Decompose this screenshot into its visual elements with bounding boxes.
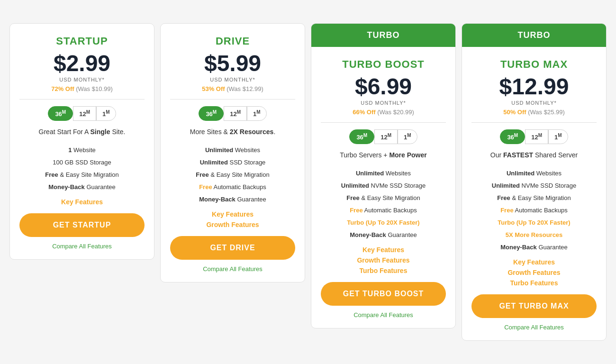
plan-price-sub: USD MONTHLY* (210, 77, 255, 82)
billing-btn-36m[interactable]: 36M (500, 129, 525, 144)
extra-links: Key FeaturesGrowth Features (170, 210, 295, 228)
cta-button[interactable]: GET STARTUP (19, 213, 145, 237)
plan-discount: 53% Off (Was $12.99) (202, 85, 263, 92)
extra-link[interactable]: Growth Features (357, 256, 409, 264)
cta-button[interactable]: GET DRIVE (170, 236, 295, 260)
billing-btn-12m[interactable]: 12M (525, 129, 548, 144)
billing-btn-1m[interactable]: 1M (247, 106, 267, 121)
turbo-badge: TURBO (462, 24, 606, 47)
billing-btn-36m[interactable]: 36M (349, 129, 374, 144)
extra-links: Key Features (19, 198, 145, 206)
discount-was: (Was $10.99) (76, 85, 113, 92)
plan-name: TURBO BOOST (342, 58, 425, 71)
divider (19, 99, 145, 100)
compare-link[interactable]: Compare All Features (203, 265, 263, 273)
plan-discount: 50% Off (Was $25.99) (503, 109, 565, 116)
plan-discount: 66% Off (Was $20.99) (353, 109, 414, 116)
feature-item: Free Automatic Backups (321, 204, 446, 217)
billing-btn-1m[interactable]: 1M (548, 129, 568, 144)
billing-toggle: 36M12M1M (199, 106, 266, 121)
plan-tagline: Great Start For A Single Site. (39, 127, 126, 137)
feature-item: Money-Back Guarantee (471, 241, 597, 254)
plan-tagline: Turbo Servers + More Power (340, 151, 427, 160)
discount-off: 66% Off (353, 109, 375, 116)
plan-name: STARTUP (56, 35, 108, 47)
extra-link[interactable]: Turbo Features (360, 267, 408, 274)
features-list: Unlimited WebsitesUnlimited NVMe SSD Sto… (321, 167, 446, 241)
extra-link[interactable]: Key Features (513, 258, 555, 266)
discount-off: 50% Off (503, 109, 526, 116)
plan-card-drive: DRIVE$5.99USD MONTHLY* 53% Off (Was $12.… (160, 23, 305, 283)
feature-item: Unlimited NVMe SSD Storage (471, 180, 597, 192)
features-list: Unlimited WebsitesUnlimited SSD StorageF… (170, 144, 295, 206)
plan-price-sub: USD MONTHLY* (59, 77, 105, 82)
discount-off: 53% Off (202, 85, 225, 92)
compare-link[interactable]: Compare All Features (504, 324, 564, 331)
billing-btn-1m[interactable]: 1M (96, 106, 116, 121)
feature-item: Money-Back Guarantee (170, 193, 295, 206)
feature-item: Money-Back Guarantee (19, 181, 145, 193)
feature-item: Free & Easy Site Migration (321, 192, 446, 204)
feature-item: Free Automatic Backups (170, 181, 295, 193)
billing-toggle: 36M12M1M (349, 129, 417, 144)
extra-link[interactable]: Key Features (362, 246, 404, 254)
extra-links: Key FeaturesGrowth FeaturesTurbo Feature… (471, 258, 597, 287)
billing-toggle: 36M12M1M (500, 129, 568, 144)
billing-btn-12m[interactable]: 12M (224, 106, 247, 121)
plan-card-turbo-max: TURBOTURBO MAX$12.99USD MONTHLY* 50% Off… (462, 23, 607, 341)
plan-name: DRIVE (216, 35, 250, 47)
billing-btn-36m[interactable]: 36M (48, 106, 73, 121)
turbo-badge: TURBO (311, 24, 455, 47)
feature-item: 100 GB SSD Storage (19, 156, 145, 169)
discount-was: (Was $20.99) (377, 109, 414, 116)
billing-btn-12m[interactable]: 12M (374, 129, 398, 144)
extra-link[interactable]: Turbo Features (510, 279, 558, 287)
plan-tagline: More Sites & 2X Resources. (190, 127, 276, 137)
feature-item: 5X More Resources (471, 229, 597, 241)
billing-btn-12m[interactable]: 12M (73, 106, 96, 121)
cta-button[interactable]: GET TURBO MAX (471, 294, 597, 318)
feature-item: Free & Easy Site Migration (471, 192, 597, 204)
features-list: 1 Website100 GB SSD StorageFree & Easy S… (19, 144, 145, 193)
divider (471, 122, 597, 123)
billing-btn-36m[interactable]: 36M (199, 106, 224, 121)
plan-card-startup: STARTUP$2.99USD MONTHLY* 72% Off (Was $1… (9, 23, 154, 260)
compare-link[interactable]: Compare All Features (52, 243, 112, 250)
plan-price-sub: USD MONTHLY* (361, 100, 406, 106)
extra-link[interactable]: Key Features (212, 210, 254, 218)
features-list: Unlimited WebsitesUnlimited NVMe SSD Sto… (471, 167, 597, 254)
feature-item: Free & Easy Site Migration (19, 169, 145, 181)
feature-item: Turbo (Up To 20X Faster) (321, 217, 446, 229)
discount-was: (Was $12.99) (226, 85, 263, 92)
billing-btn-1m[interactable]: 1M (398, 129, 417, 144)
feature-item: Free & Easy Site Migration (170, 169, 295, 181)
plan-tagline: Our FASTEST Shared Server (490, 151, 578, 160)
divider (170, 99, 295, 100)
plan-price: $12.99 (499, 75, 569, 98)
plan-price: $6.99 (355, 75, 412, 98)
extra-link[interactable]: Key Features (61, 198, 103, 206)
feature-item: Unlimited Websites (170, 144, 295, 156)
plan-name: TURBO MAX (500, 58, 568, 71)
plan-price: $5.99 (204, 52, 261, 75)
feature-item: 1 Website (19, 144, 145, 156)
compare-link[interactable]: Compare All Features (353, 311, 413, 318)
plan-price-sub: USD MONTHLY* (511, 100, 557, 106)
extra-links: Key FeaturesGrowth FeaturesTurbo Feature… (321, 246, 446, 274)
billing-toggle: 36M12M1M (48, 106, 116, 121)
feature-item: Money-Back Guarantee (321, 229, 446, 241)
feature-item: Free Automatic Backups (471, 204, 597, 217)
divider (321, 122, 446, 123)
extra-link[interactable]: Growth Features (507, 269, 560, 276)
cta-button[interactable]: GET TURBO BOOST (321, 282, 446, 306)
extra-link[interactable]: Growth Features (206, 221, 259, 228)
feature-item: Unlimited NVMe SSD Storage (321, 180, 446, 192)
plan-price: $2.99 (54, 52, 110, 75)
feature-item: Unlimited Websites (471, 167, 597, 180)
feature-item: Unlimited SSD Storage (170, 156, 295, 169)
feature-item: Turbo (Up To 20X Faster) (471, 217, 597, 229)
plan-card-turbo-boost: TURBOTURBO BOOST$6.99USD MONTHLY* 66% Of… (311, 23, 456, 329)
feature-item: Unlimited Websites (321, 167, 446, 180)
plans-container: STARTUP$2.99USD MONTHLY* 72% Off (Was $1… (9, 23, 607, 341)
discount-off: 72% Off (51, 85, 74, 92)
